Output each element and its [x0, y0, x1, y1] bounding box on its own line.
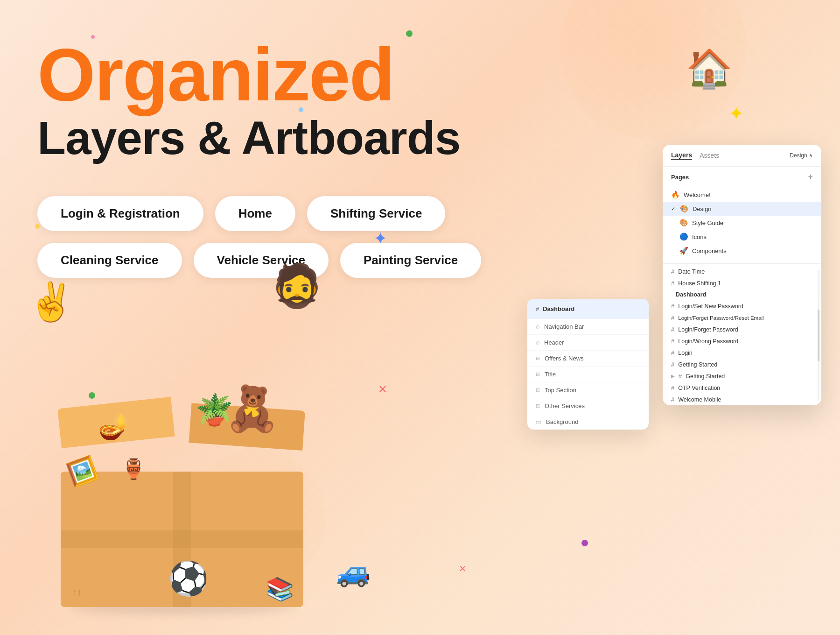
figma-design-btn[interactable]: Design ∧ — [790, 152, 813, 159]
components-page-label: Components — [692, 247, 727, 254]
service-badges-row1: Login & Registration Home Shifting Servi… — [37, 196, 481, 231]
figma-layers-panel: Layers Assets Design ∧ Pages + 🔥 Welcome… — [663, 145, 821, 405]
figma-layer-welcomemobile[interactable]: # Welcome Mobile — [663, 394, 821, 405]
figma-pages-header: Pages + — [663, 167, 821, 186]
layer-background[interactable]: ▭ Background — [527, 414, 649, 430]
cross-decoration-2: ✕ — [459, 563, 467, 574]
figma-pages-list: 🔥 Welcome! ✓ 🎨 Design 🎨 Style Guide 🔵 Ic… — [663, 186, 821, 261]
plant-emoji: 🪴 — [196, 392, 233, 428]
figma-page-welcome[interactable]: 🔥 Welcome! — [663, 188, 821, 202]
welcome-page-label: Welcome! — [684, 191, 711, 198]
hash-icon-gs2: # — [679, 373, 682, 380]
scrollbar-thumb — [818, 310, 819, 362]
figma-layer-login[interactable]: # Login — [663, 347, 821, 359]
title-subtitle: Layers & Artboards — [37, 112, 460, 163]
diamond-icon-navbar: ◇ — [536, 324, 539, 330]
figma-layers-tab[interactable]: Layers — [671, 151, 692, 160]
figma-page-components[interactable]: 🚀 Components — [663, 244, 821, 258]
figma-pages-label: Pages — [671, 174, 689, 181]
arrow-icon-gs2: ▶ — [671, 374, 675, 379]
style-guide-icon: 🎨 — [679, 219, 688, 227]
figma-layer-login-forgotresetemail[interactable]: # Login/Forget Password/Reset Email — [663, 312, 821, 324]
soccer-ball-emoji: ⚽ — [168, 559, 209, 598]
figma-assets-tab[interactable]: Assets — [700, 152, 719, 159]
star-decoration: ✦ — [728, 103, 744, 124]
figma-layer-houseshifting[interactable]: # House Shifting 1 — [663, 277, 821, 289]
figma-page-design[interactable]: ✓ 🎨 Design — [663, 202, 821, 216]
dashboard-layers-panel: # Dashboard ◇ Navigation Bar ◇ Header ⊞ … — [527, 299, 649, 430]
vase-emoji: 🏺 — [121, 458, 146, 480]
figma-divider — [663, 263, 821, 264]
figma-layer-login-forgotpw[interactable]: # Login/Forget Password — [663, 324, 821, 335]
title-area: Organized Layers & Artboards — [37, 37, 460, 163]
figma-layer-gettingstarted2[interactable]: ▶ # Getting Started — [663, 370, 821, 382]
design-check-icon: ✓ — [671, 206, 675, 212]
figma-page-icons[interactable]: 🔵 Icons — [663, 230, 821, 244]
badge-shifting-service[interactable]: Shifting Service — [307, 196, 446, 231]
house-emoji: 🏠 — [686, 47, 733, 91]
figma-layer-gettingstarted1[interactable]: # Getting Started — [663, 359, 821, 370]
figma-layer-datetime[interactable]: # Date Time — [663, 266, 821, 277]
cross-decoration-1: ✕ — [378, 383, 387, 396]
badge-login-registration[interactable]: Login & Registration — [37, 196, 203, 231]
layer-top-section[interactable]: ⊞ Top Section — [527, 382, 649, 398]
figma-layers-list: # Date Time # House Shifting 1 Dashboard… — [663, 266, 821, 405]
hash-icon-houseshifting: # — [671, 280, 674, 287]
layer-navigation-bar[interactable]: ◇ Navigation Bar — [527, 319, 649, 335]
figma-page-style-guide[interactable]: 🎨 Style Guide — [663, 216, 821, 230]
wave-emoji: ✌️ — [28, 280, 75, 324]
diamond-icon-header: ◇ — [536, 339, 539, 346]
design-page-icon: 🎨 — [680, 205, 689, 213]
hash-icon-forgotpw: # — [671, 326, 674, 333]
hash-icon-datetime: # — [671, 268, 674, 275]
dot-purple-1 — [581, 540, 588, 546]
grid-icon-otherservices: ⊞ — [536, 403, 540, 409]
service-badges-row2: Cleaning Service Vehicle Service Paintin… — [37, 243, 481, 278]
hash-icon-wrongpw: # — [671, 338, 674, 345]
design-page-label: Design — [693, 205, 711, 212]
figma-panel-header: Layers Assets Design ∧ — [663, 145, 821, 167]
layer-offers-news[interactable]: ⊞ Offers & News — [527, 351, 649, 367]
components-page-icon: 🚀 — [679, 247, 688, 255]
layers-panel-header: # Dashboard — [527, 299, 649, 319]
figma-layer-login-setnewpw[interactable]: # Login/Set New Password — [663, 300, 821, 312]
figma-add-page-btn[interactable]: + — [808, 172, 813, 182]
dashboard-hash-icon: # — [536, 305, 539, 312]
layers-panel-title: Dashboard — [543, 305, 574, 312]
panel-scrollbar[interactable] — [818, 270, 819, 401]
rect-icon-background: ▭ — [536, 418, 541, 425]
style-guide-label: Style Guide — [692, 219, 723, 226]
car-emoji: 🚙 — [336, 555, 371, 588]
figma-layer-dashboard-main[interactable]: Dashboard — [663, 289, 821, 300]
illustration-area: ↑↑ ↑↑ 🧸 🪔 🪴 🖼️ 🏺 📚 ⚽ — [37, 374, 364, 607]
welcome-page-icon: 🔥 — [671, 190, 680, 199]
hash-icon-setnewpw: # — [671, 303, 674, 310]
hash-icon-otp: # — [671, 384, 674, 391]
hash-icon-gs1: # — [671, 361, 674, 368]
grid-icon-title: ⊞ — [536, 371, 540, 377]
layer-header[interactable]: ◇ Header — [527, 335, 649, 351]
person-emoji: 🧔 — [271, 261, 323, 310]
lamp-emoji: 🪔 — [98, 411, 130, 441]
figma-layer-otp[interactable]: # OTP Verification — [663, 382, 821, 394]
badge-home[interactable]: Home — [215, 196, 295, 231]
books-emoji: 📚 — [266, 576, 294, 602]
hash-icon-forgotresetemail: # — [671, 314, 674, 321]
icons-page-label: Icons — [692, 233, 707, 240]
icons-page-icon: 🔵 — [679, 233, 688, 241]
grid-icon-topsection: ⊞ — [536, 387, 540, 393]
grid-icon-offersnews: ⊞ — [536, 355, 540, 361]
service-badges: Login & Registration Home Shifting Servi… — [37, 196, 481, 278]
layer-other-services[interactable]: ⊞ Other Services — [527, 398, 649, 414]
dot-green-1 — [406, 30, 413, 37]
badge-cleaning-service[interactable]: Cleaning Service — [37, 243, 182, 278]
layer-title[interactable]: ⊞ Title — [527, 367, 649, 382]
hash-icon-welcomemobile: # — [671, 396, 674, 403]
title-main: Organized — [37, 37, 460, 112]
figma-layer-login-wrongpw[interactable]: # Login/Wrong Password — [663, 335, 821, 347]
hash-icon-login: # — [671, 349, 674, 356]
badge-painting-service[interactable]: Painting Service — [340, 243, 481, 278]
